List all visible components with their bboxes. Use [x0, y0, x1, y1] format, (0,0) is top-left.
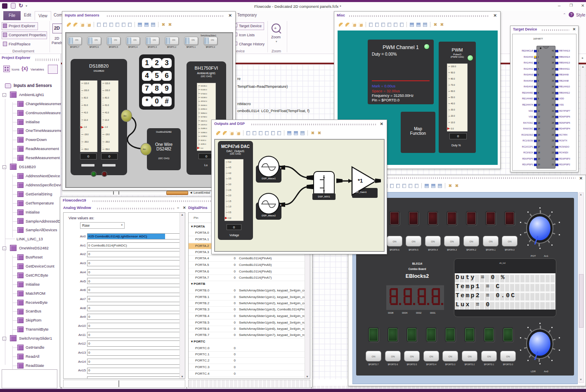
- svg-text:1.0: 1.0: [84, 126, 87, 128]
- svg-text:-19.0: -19.0: [105, 134, 110, 136]
- svg-text:49152.0: 49152.0: [201, 100, 208, 102]
- svg-text:61440.0: 61440.0: [201, 89, 208, 91]
- svg-text:53248.0: 53248.0: [201, 96, 208, 99]
- svg-text:32768.0: 32768.0: [201, 116, 208, 118]
- svg-text:2.5: 2.5: [229, 189, 232, 191]
- svg-text:101.0: 101.0: [84, 89, 89, 92]
- svg-text:-19.0: -19.0: [84, 134, 89, 136]
- svg-text:121.0: 121.0: [105, 82, 110, 85]
- svg-text:0.0: 0.0: [229, 217, 232, 219]
- svg-text:100.0: 100.0: [451, 65, 456, 68]
- svg-text:1.0: 1.0: [105, 126, 108, 128]
- svg-text:70.0: 70.0: [451, 84, 455, 86]
- svg-text:20.0: 20.0: [451, 115, 455, 117]
- svg-text:1.0: 1.0: [229, 206, 232, 208]
- svg-text:20480.0: 20480.0: [201, 127, 208, 129]
- svg-text:-59.0: -59.0: [84, 148, 89, 150]
- svg-text:4096.0: 4096.0: [201, 143, 206, 145]
- svg-text:81.0: 81.0: [105, 97, 109, 99]
- svg-text:36864.0: 36864.0: [201, 112, 208, 114]
- svg-text:2.0: 2.0: [229, 195, 232, 197]
- svg-text:28672.0: 28672.0: [201, 120, 208, 122]
- svg-text:-59.0: -59.0: [105, 148, 110, 150]
- svg-text:*1: *1: [358, 178, 363, 184]
- svg-text:-39.0: -39.0: [84, 141, 89, 143]
- svg-text:101.0: 101.0: [105, 89, 110, 92]
- svg-text:61.0: 61.0: [84, 104, 88, 106]
- svg-text:10.0: 10.0: [451, 121, 455, 124]
- svg-text:5.0: 5.0: [229, 161, 232, 163]
- svg-text:50.0: 50.0: [451, 96, 455, 99]
- svg-text:40.0: 40.0: [451, 102, 455, 105]
- svg-text:8192.0: 8192.0: [201, 139, 206, 141]
- svg-text:41.0: 41.0: [84, 112, 88, 114]
- svg-text:41.0: 41.0: [105, 112, 109, 114]
- svg-text:57344.0: 57344.0: [201, 93, 208, 95]
- svg-text:4.5: 4.5: [229, 167, 232, 169]
- svg-text:61.0: 61.0: [105, 104, 109, 106]
- svg-text:90.0: 90.0: [451, 71, 455, 74]
- svg-text:3.0: 3.0: [229, 183, 232, 185]
- svg-text:60.0: 60.0: [451, 90, 455, 92]
- svg-text:21.0: 21.0: [84, 119, 88, 121]
- svg-text:1.5: 1.5: [229, 200, 232, 202]
- svg-text:0.0: 0.0: [451, 127, 454, 130]
- svg-text:0.0: 0.0: [201, 147, 203, 149]
- svg-text:121.0: 121.0: [84, 82, 89, 85]
- svg-text:40960.0: 40960.0: [201, 108, 208, 110]
- svg-text:30.0: 30.0: [451, 108, 455, 111]
- svg-text:16384.0: 16384.0: [201, 131, 208, 134]
- svg-text:65536.0: 65536.0: [201, 85, 208, 87]
- svg-text:45056.0: 45056.0: [201, 104, 208, 106]
- svg-text:12288.0: 12288.0: [201, 135, 208, 137]
- svg-text:4.0: 4.0: [229, 172, 232, 174]
- svg-text:-39.0: -39.0: [105, 141, 110, 143]
- svg-text:3.5: 3.5: [229, 178, 232, 180]
- svg-text:80.0: 80.0: [451, 77, 455, 80]
- svg-text:0.5: 0.5: [229, 211, 232, 214]
- svg-text:81.0: 81.0: [84, 97, 88, 99]
- svg-text:24576.0: 24576.0: [201, 124, 208, 126]
- svg-text:21.0: 21.0: [105, 119, 109, 121]
